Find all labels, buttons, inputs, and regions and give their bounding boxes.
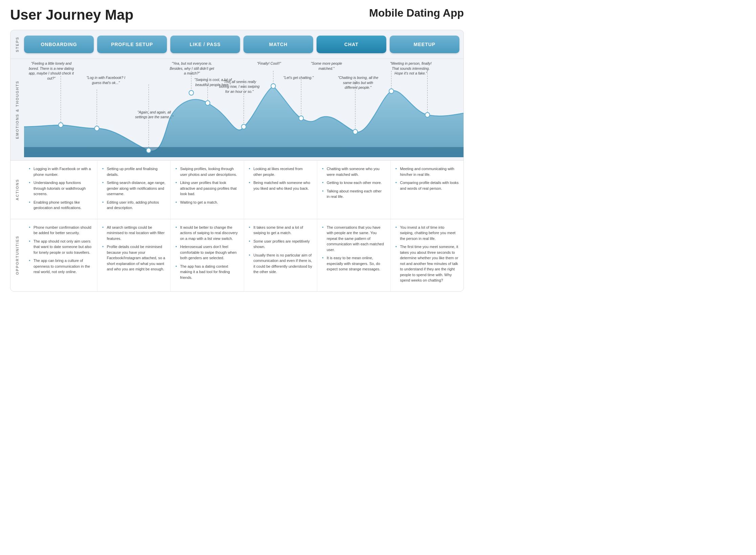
- steps-row: ONBOARDING PROFILE SETUP LIKE / PASS MAT…: [24, 36, 459, 53]
- actions-row: Logging in with Facebook or with a phone…: [24, 161, 463, 219]
- list-item: Being matched with someone who you liked…: [249, 180, 312, 191]
- list-item: It takes some time and a lot of swiping …: [249, 225, 312, 236]
- actions-profile-setup: Setting up profile and finalising detail…: [98, 161, 171, 219]
- thought-9: "Some more people matched.": [305, 61, 348, 71]
- actions-label: ACTIONS: [10, 161, 24, 219]
- svg-point-16: [299, 116, 304, 121]
- list-item: It would be better to change the actions…: [175, 225, 239, 242]
- emotions-chart-area: "Feeling a little lonely and bored. Ther…: [24, 59, 463, 160]
- step-chat[interactable]: CHAT: [317, 36, 386, 53]
- step-meetup[interactable]: MEETUP: [390, 36, 459, 53]
- thought-7: "Finally! Cool!!": [257, 61, 281, 66]
- list-item: Heterosexual users don't feel comfortabl…: [175, 244, 239, 261]
- list-item: Usually there is no particular aim of co…: [249, 252, 312, 275]
- app-name: Mobile Dating App: [369, 7, 464, 19]
- steps-section: STEPS ONBOARDING PROFILE SETUP LIKE / PA…: [10, 30, 464, 59]
- thought-11: "Meeting in person, finally! That sounds…: [389, 61, 433, 76]
- opportunities-chat: The conversations that you have with peo…: [317, 219, 391, 291]
- emotions-section: EMOTIONS & THOUGHTS: [10, 59, 464, 160]
- thought-8: "Let's get chatting.": [283, 75, 314, 80]
- list-item: You invest a lot of time into swiping, c…: [395, 225, 459, 242]
- thought-3: "Again, and again, all settings are the …: [134, 110, 175, 120]
- list-item: Getting to know each other more.: [322, 180, 386, 186]
- opportunities-profile-setup: All search settings could be minimised t…: [98, 219, 171, 291]
- svg-point-8: [206, 101, 210, 105]
- step-onboarding[interactable]: ONBOARDING: [24, 36, 94, 53]
- actions-section: ACTIONS Logging in with Facebook or with…: [10, 160, 464, 219]
- actions-onboarding: Logging in with Facebook or with a phone…: [24, 161, 98, 219]
- list-item: It is easy to be mean online, especially…: [322, 255, 386, 272]
- actions-chat: Chatting with someone who you were match…: [317, 161, 391, 219]
- steps-label: STEPS: [10, 36, 24, 53]
- list-item: Editing user info, adding photos and des…: [102, 200, 166, 211]
- opportunities-like-pass: It would be better to change the actions…: [171, 219, 244, 291]
- list-item: Logging in with Facebook or with a phone…: [29, 166, 92, 177]
- list-item: Waiting to get a match.: [175, 200, 239, 205]
- list-item: Setting search distance, age range, gend…: [102, 180, 166, 197]
- list-item: Talking about meeting each other in real…: [322, 188, 386, 200]
- list-item: Enabling phone settings like geolocation…: [29, 200, 92, 211]
- actions-like-pass: Swiping profiles, looking through user p…: [171, 161, 244, 219]
- svg-point-6: [146, 148, 151, 153]
- list-item: Some user profiles are repetitively show…: [249, 239, 312, 250]
- opportunities-label: OPPORTUNITIES: [10, 219, 24, 291]
- list-item: Setting up profile and finalising detail…: [102, 166, 166, 177]
- opportunities-match: It takes some time and a lot of swiping …: [244, 219, 318, 291]
- opportunities-onboarding: Phone number confirmation should be adde…: [24, 219, 98, 291]
- emotions-label: EMOTIONS & THOUGHTS: [10, 59, 24, 160]
- thought-1: "Feeling a little lonely and bored. Ther…: [28, 61, 74, 81]
- page-title: User Journey Map: [10, 7, 133, 23]
- svg-point-4: [94, 126, 99, 131]
- step-profile-setup[interactable]: PROFILE SETUP: [97, 36, 167, 53]
- list-item: Comparing profile details with looks and…: [395, 180, 459, 191]
- list-item: The app has a dating context making it a…: [175, 264, 239, 281]
- opportunities-row: Phone number confirmation should be adde…: [24, 219, 463, 291]
- thought-10: "Chatting is boring, all the same talks …: [336, 75, 380, 90]
- step-match[interactable]: MATCH: [243, 36, 313, 53]
- thought-6: "This all seems really boring now, I was…: [217, 79, 261, 94]
- actions-match: Looking at likes received from other peo…: [244, 161, 318, 219]
- list-item: Phone number confirmation should be adde…: [29, 225, 92, 236]
- list-item: Swiping profiles, looking through user p…: [175, 166, 239, 177]
- svg-point-10: [189, 90, 194, 95]
- svg-point-20: [389, 89, 394, 94]
- list-item: The app can bring a culture of openness …: [29, 258, 92, 275]
- svg-point-2: [59, 123, 63, 127]
- list-item: All search settings could be minimised t…: [102, 225, 166, 242]
- opportunities-section: OPPORTUNITIES Phone number confirmation …: [10, 219, 464, 292]
- list-item: Profile details could be minimised becau…: [102, 244, 166, 272]
- list-item: The conversations that you have with peo…: [322, 225, 386, 253]
- opportunities-meetup: You invest a lot of time into swiping, c…: [391, 219, 464, 291]
- list-item: Meeting and communicating with him/her i…: [395, 166, 459, 177]
- thought-2: "Log in with Facebook? I guess that's ok…: [86, 75, 126, 85]
- svg-point-14: [271, 84, 276, 88]
- svg-point-12: [241, 124, 246, 129]
- list-item: Looking at likes received from other peo…: [249, 166, 312, 177]
- list-item: The first time you meet someone, it take…: [395, 244, 459, 283]
- svg-point-18: [353, 129, 358, 134]
- step-like-pass[interactable]: LIKE / PASS: [170, 36, 240, 53]
- list-item: Chatting with someone who you were match…: [322, 166, 386, 177]
- list-item: Understanding app functions through tuto…: [29, 180, 92, 197]
- actions-meetup: Meeting and communicating with him/her i…: [391, 161, 464, 219]
- svg-rect-0: [24, 147, 463, 157]
- list-item: The app should not only aim users that w…: [29, 239, 92, 255]
- svg-point-22: [425, 112, 430, 117]
- thought-5: "Yea, but not everyone is. Besides, why …: [169, 61, 215, 76]
- list-item: Liking user profiles that look attractiv…: [175, 180, 239, 197]
